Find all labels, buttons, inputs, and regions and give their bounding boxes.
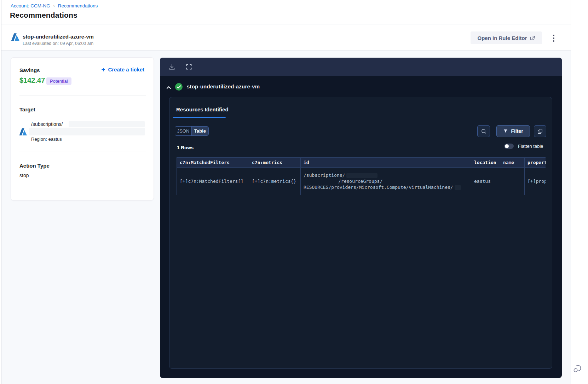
breadcrumb-separator-icon: › bbox=[53, 4, 55, 8]
view-toggle-table[interactable]: Table bbox=[192, 127, 208, 135]
savings-label: Savings bbox=[19, 67, 40, 73]
card-divider bbox=[19, 151, 146, 151]
cell-name[interactable] bbox=[500, 168, 525, 195]
column-header-matchedfilters[interactable]: c7n:MatchedFilters bbox=[177, 158, 249, 168]
table-header-row: c7n:MatchedFilters c7n:metrics id locati… bbox=[177, 158, 546, 168]
rule-header-divider bbox=[1, 50, 571, 51]
id-line-3: RESOURCES/providers/Microsoft.Compute/vi… bbox=[304, 185, 453, 190]
open-in-rule-editor-button[interactable]: Open in Rule Editor bbox=[471, 31, 542, 44]
fullscreen-icon[interactable] bbox=[185, 63, 192, 70]
column-header-name[interactable]: name bbox=[500, 158, 525, 168]
cell-matchedfilters[interactable]: [+]c7n:MatchedFilters[] bbox=[177, 168, 249, 195]
resources-table: c7n:MatchedFilters c7n:metrics id locati… bbox=[177, 157, 546, 195]
panel-rule-name: stop-underutilized-azure-vm bbox=[187, 83, 260, 89]
target-label: Target bbox=[19, 106, 35, 112]
support-chat-icon[interactable] bbox=[572, 363, 582, 373]
rule-name: stop-underutilized-azure-vm bbox=[23, 34, 94, 40]
cell-metrics[interactable]: [+]c7n:metrics{} bbox=[249, 168, 301, 195]
plus-icon bbox=[101, 67, 106, 72]
savings-amount: $142.47 bbox=[19, 76, 45, 85]
filter-label: Filter bbox=[511, 128, 523, 134]
download-icon[interactable] bbox=[168, 63, 175, 70]
column-header-metrics[interactable]: c7n:metrics bbox=[249, 158, 301, 168]
action-type-label: Action Type bbox=[19, 163, 50, 169]
create-ticket-label: Create a ticket bbox=[108, 66, 144, 72]
filter-button[interactable]: Filter bbox=[496, 125, 530, 137]
copy-icon bbox=[537, 128, 543, 134]
target-region: Region: eastus bbox=[31, 136, 62, 142]
cell-properties[interactable]: [+]properties{} bbox=[525, 168, 546, 195]
results-panel: stop-underutilized-azure-vm Resources Id… bbox=[160, 58, 562, 378]
right-rail-divider bbox=[571, 0, 571, 384]
azure-icon bbox=[19, 128, 27, 136]
table-row: [+]c7n:MatchedFilters[] [+]c7n:metrics{}… bbox=[177, 168, 546, 195]
flatten-table-toggle[interactable] bbox=[504, 144, 514, 149]
potential-badge: Potential bbox=[46, 77, 71, 85]
search-button[interactable] bbox=[477, 125, 490, 137]
more-options-menu[interactable] bbox=[551, 33, 557, 44]
create-ticket-button[interactable]: Create a ticket bbox=[101, 66, 144, 72]
azure-icon bbox=[11, 33, 20, 42]
panel-toolbar bbox=[160, 58, 562, 76]
left-border bbox=[1, 0, 1, 384]
rule-last-evaluated: Last evaluated on: 09 Apr, 06:00 am bbox=[23, 41, 93, 46]
resources-identified-card: Resources Identified JSON Table Filter bbox=[169, 97, 552, 369]
id-line-2: /resourceGroups/ bbox=[304, 178, 468, 184]
cell-id[interactable]: /subscriptions/ /resourceGroups/ RESOURC… bbox=[301, 168, 471, 195]
cell-location[interactable]: eastus bbox=[471, 168, 500, 195]
success-check-icon bbox=[175, 83, 183, 91]
search-icon bbox=[481, 128, 487, 134]
header-divider bbox=[1, 24, 571, 24]
recommendations-page: Account: CCM-NG › Recommendations Recomm… bbox=[0, 0, 588, 384]
column-header-location[interactable]: location bbox=[471, 158, 500, 168]
page-title: Recommendations bbox=[10, 11, 77, 19]
flatten-table-label: Flatten table bbox=[518, 144, 543, 149]
redacted-subscription-id bbox=[29, 128, 145, 135]
id-line-1: /subscriptions/ bbox=[304, 173, 345, 178]
view-toggle-json[interactable]: JSON bbox=[175, 127, 192, 135]
tab-resources-identified[interactable]: Resources Identified bbox=[176, 106, 229, 112]
breadcrumb-recommendations-link[interactable]: Recommendations bbox=[58, 3, 98, 8]
redacted-text bbox=[455, 185, 461, 190]
target-path: /subscriptions/ bbox=[31, 121, 63, 127]
resources-table-viewport[interactable]: c7n:MatchedFilters c7n:metrics id locati… bbox=[177, 157, 546, 196]
filter-funnel-icon bbox=[503, 129, 508, 134]
view-toggle: JSON Table bbox=[175, 126, 209, 136]
open-in-rule-editor-label: Open in Rule Editor bbox=[477, 35, 527, 41]
rows-count: 1 Rows bbox=[177, 145, 194, 150]
action-type-value: stop bbox=[19, 173, 29, 178]
redacted-subscription-id bbox=[69, 121, 145, 127]
column-header-id[interactable]: id bbox=[301, 158, 471, 168]
copy-button[interactable] bbox=[534, 125, 546, 137]
redacted-text bbox=[346, 173, 377, 178]
breadcrumb: Account: CCM-NG › Recommendations bbox=[11, 3, 98, 8]
breadcrumb-account-link[interactable]: Account: CCM-NG bbox=[11, 3, 50, 8]
tab-active-underline bbox=[173, 117, 226, 118]
column-header-properties[interactable]: properties bbox=[525, 158, 546, 168]
savings-card: Savings Create a ticket $142.47 Potentia… bbox=[11, 57, 154, 200]
chevron-up-icon[interactable] bbox=[165, 84, 173, 92]
card-divider bbox=[19, 95, 146, 95]
external-link-icon bbox=[530, 35, 535, 41]
